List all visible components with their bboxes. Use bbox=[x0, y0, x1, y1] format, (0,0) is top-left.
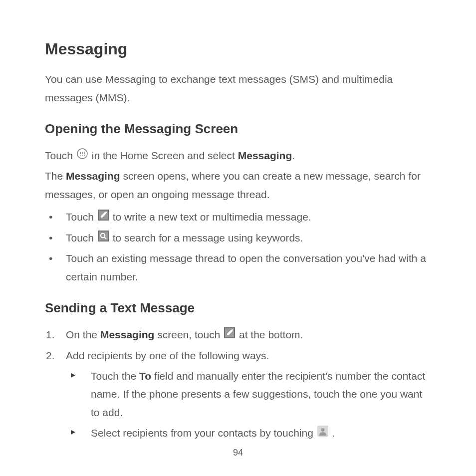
text: Touch bbox=[45, 150, 76, 161]
svg-point-6 bbox=[84, 153, 85, 154]
svg-point-2 bbox=[82, 152, 83, 153]
search-icon bbox=[98, 229, 109, 247]
substeps: Touch the To field and manually enter th… bbox=[66, 367, 431, 443]
section-opening: Opening the Messaging Screen Touch in th… bbox=[45, 121, 431, 286]
step-item: On the Messaging screen, touch at the bo… bbox=[45, 326, 431, 345]
svg-point-1 bbox=[80, 152, 81, 153]
bullet-item: Touch to write a new text or multimedia … bbox=[45, 208, 431, 227]
text: to search for a message using keywords. bbox=[110, 232, 303, 243]
text: The bbox=[45, 170, 66, 182]
text: . bbox=[329, 427, 335, 439]
text: Add recipients by one of the following w… bbox=[66, 350, 269, 361]
text: screen, touch bbox=[154, 329, 223, 340]
text-bold: To bbox=[139, 370, 151, 382]
section-heading-opening: Opening the Messaging Screen bbox=[45, 121, 431, 137]
apps-grid-icon bbox=[77, 147, 88, 165]
section-heading-sending: Sending a Text Message bbox=[45, 300, 431, 316]
svg-point-4 bbox=[80, 153, 81, 154]
bullet-item: Touch to search for a message using keyw… bbox=[45, 229, 431, 248]
page-title: Messaging bbox=[45, 40, 431, 58]
compose-icon bbox=[224, 326, 235, 344]
svg-point-3 bbox=[84, 152, 85, 153]
text: Select recipients from your contacts by … bbox=[91, 427, 316, 439]
step-item: Add recipients by one of the following w… bbox=[45, 347, 431, 443]
text: . bbox=[292, 150, 295, 161]
opening-para-2: The Messaging screen opens, where you ca… bbox=[45, 167, 431, 204]
opening-bullets: Touch to write a new text or multimedia … bbox=[45, 208, 431, 286]
svg-point-7 bbox=[80, 155, 81, 156]
text: Touch the bbox=[91, 370, 139, 382]
section-sending: Sending a Text Message On the Messaging … bbox=[45, 300, 431, 443]
svg-point-21 bbox=[321, 428, 324, 432]
svg-point-5 bbox=[82, 153, 83, 154]
svg-point-9 bbox=[84, 155, 85, 156]
text: On the bbox=[66, 329, 100, 340]
page-number: 94 bbox=[0, 448, 476, 458]
sending-steps: On the Messaging screen, touch at the bo… bbox=[45, 326, 431, 443]
text-bold: Messaging bbox=[100, 329, 155, 340]
text-bold: Messaging bbox=[238, 150, 292, 161]
compose-icon bbox=[98, 208, 109, 227]
svg-point-8 bbox=[82, 155, 83, 156]
contact-icon bbox=[317, 424, 328, 443]
svg-rect-14 bbox=[99, 232, 108, 240]
intro-paragraph: You can use Messaging to exchange text m… bbox=[45, 70, 431, 107]
text: at the bottom. bbox=[236, 329, 303, 340]
text: Touch bbox=[66, 211, 97, 223]
substep-item: Touch the To field and manually enter th… bbox=[66, 367, 431, 422]
text: to write a new text or multimedia messag… bbox=[110, 211, 311, 223]
text: Touch bbox=[66, 232, 97, 243]
bullet-item: Touch an existing message thread to open… bbox=[45, 249, 431, 286]
substep-item: Select recipients from your contacts by … bbox=[66, 424, 431, 443]
text-bold: Messaging bbox=[66, 170, 120, 182]
opening-para-1: Touch in the Home Screen and select Mess… bbox=[45, 147, 431, 166]
text: in the Home Screen and select bbox=[89, 150, 238, 161]
